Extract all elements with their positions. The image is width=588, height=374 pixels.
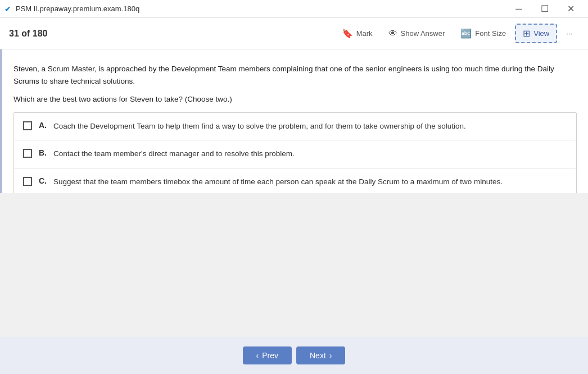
maximize-button[interactable]: ☐ [532,0,558,18]
eye-icon: 👁 [388,29,397,39]
prev-label: Prev [262,351,278,360]
question-counter: 31 of 180 [9,29,47,39]
options-container: A. Coach the Development Team to help th… [13,112,577,193]
next-label: Next [310,351,326,360]
next-button[interactable]: Next › [296,346,345,364]
bottom-nav: ‹ Prev Next › [0,337,588,374]
more-label: ··· [566,29,572,38]
option-c-text: Suggest that the team members timebox th… [53,176,503,188]
view-label: View [533,29,549,38]
option-c-checkbox[interactable] [23,177,32,186]
bookmark-icon: 🔖 [342,28,353,39]
option-b-checkbox[interactable] [23,149,32,158]
window-title: PSM II.prepaway.premium.exam.180q [16,4,139,13]
option-a-letter: A. [39,121,50,130]
option-a-text: Coach the Development Team to help them … [53,121,466,132]
next-arrow-icon: › [329,351,332,360]
font-size-button[interactable]: 🔤 Font Size [454,25,513,42]
font-size-label: Font Size [475,29,506,38]
question-instruction: Which are the best two actions for Steve… [13,95,577,103]
font-icon: 🔤 [460,28,472,39]
show-answer-button[interactable]: 👁 Show Answer [382,25,452,42]
option-b-row[interactable]: B. Contact the team member's direct mana… [14,140,576,168]
prev-arrow-icon: ‹ [256,351,259,360]
prev-button[interactable]: ‹ Prev [243,346,292,364]
option-c-letter: C. [39,176,50,185]
option-a-row[interactable]: A. Coach the Development Team to help th… [14,113,576,140]
minimize-button[interactable]: ─ [506,0,532,18]
option-b-text: Contact the team member's direct manager… [53,148,295,159]
spacer [0,193,588,337]
close-button[interactable]: ✕ [558,0,584,18]
view-icon: ⊞ [523,28,530,39]
question-text: Steven, a Scrum Master, is approached by… [13,63,577,87]
title-bar: ✔ PSM II.prepaway.premium.exam.180q ─ ☐ … [0,0,588,18]
toolbar: 31 of 180 🔖 Mark 👁 Show Answer 🔤 Font Si… [0,18,588,49]
content-area: Steven, a Scrum Master, is approached by… [0,49,588,193]
option-c-row[interactable]: C. Suggest that the team members timebox… [14,168,576,193]
view-button[interactable]: ⊞ View [515,24,557,43]
mark-button[interactable]: 🔖 Mark [335,25,379,42]
option-a-checkbox[interactable] [23,121,32,130]
left-accent [0,49,2,193]
option-b-letter: B. [39,148,50,157]
show-answer-label: Show Answer [401,29,445,38]
more-button[interactable]: ··· [559,26,579,41]
mark-label: Mark [356,29,373,38]
window-controls: ─ ☐ ✕ [506,0,584,18]
app-icon: ✔ [4,4,11,13]
